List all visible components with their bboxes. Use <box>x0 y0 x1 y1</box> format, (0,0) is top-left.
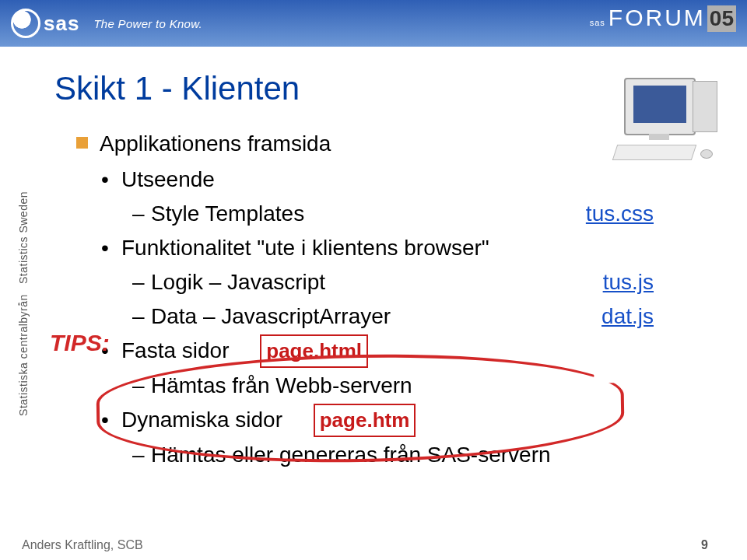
l3-logic: Logik – Javascript <box>151 266 325 299</box>
footer-page: 9 <box>701 538 708 552</box>
l3-style: Style Templates <box>151 198 304 230</box>
sas-logo: sas <box>11 9 79 38</box>
slide-footer: Anders Kraftling, SCB 9 <box>22 538 708 552</box>
l3-data-row: Data – JavascriptArrayer dat.js <box>132 300 724 333</box>
sas-swirl-icon <box>11 9 40 38</box>
l2-static: Fasta sidor page.html <box>101 334 724 368</box>
box-page-htm: page.htm <box>314 404 416 437</box>
l3-style-row: Style Templates tus.css <box>132 198 724 230</box>
tips-label: TIPS: <box>50 330 110 356</box>
tagline: The Power to Know. <box>93 17 202 30</box>
l3-data: Data – JavascriptArrayer <box>151 300 391 333</box>
event-prefix: sas <box>590 18 605 27</box>
l3-fetch: Hämtas från Webb-servern <box>132 369 724 402</box>
sidebar-org-label: Statistiska centralbyrån Statistics Swed… <box>17 191 30 416</box>
computer-clipart-icon <box>608 78 717 163</box>
l3-gen: Hämtas eller genereras från SAS-servern <box>132 439 724 471</box>
l3-logic-row: Logik – Javascript tus.js <box>132 266 724 299</box>
sas-wordmark: sas <box>44 12 79 36</box>
l2-look: Utseende <box>101 163 724 196</box>
event-year: 05 <box>707 5 736 32</box>
sidebar: Statistiska centralbyrån Statistics Swed… <box>0 47 47 560</box>
l2-dyn: Dynamiska sidor page.htm <box>101 404 724 437</box>
box-page-html: page.html <box>260 334 368 368</box>
l2-func: Funktionalitet "ute i klientens browser" <box>101 232 724 264</box>
slide-header: sas The Power to Know. sas FORUM 05 <box>0 0 747 47</box>
link-js[interactable]: tus.js <box>603 266 654 299</box>
event-badge: sas FORUM 05 <box>590 5 736 32</box>
link-css[interactable]: tus.css <box>586 198 654 230</box>
link-dat[interactable]: dat.js <box>601 300 654 333</box>
bullet-list: Applikationens framsida Utseende Style T… <box>76 128 724 471</box>
event-word: FORUM <box>608 5 706 31</box>
footer-author: Anders Kraftling, SCB <box>22 538 143 552</box>
